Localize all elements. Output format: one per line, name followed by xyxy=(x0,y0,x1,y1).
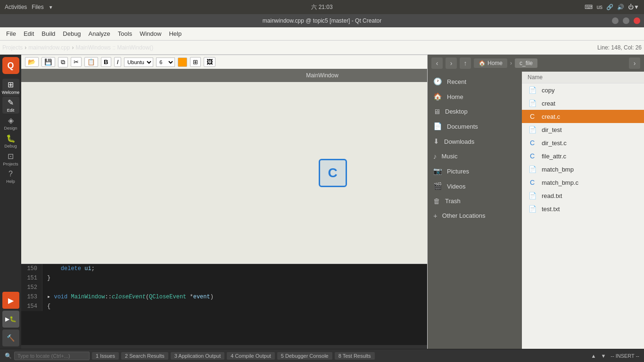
file-entry-test-txt[interactable]: 📄 test.txt xyxy=(522,202,644,215)
minimize-btn[interactable] xyxy=(612,17,619,24)
save-btn[interactable]: 💾 xyxy=(41,57,55,67)
scroll-down-btn[interactable]: ▼ xyxy=(601,353,606,359)
copy-btn[interactable]: ⧉ xyxy=(58,57,68,67)
top-bar-left: Activities Files ▼ xyxy=(5,4,53,10)
file-nav: ‹ › ↑ 🏠 Home › c_file › xyxy=(428,55,644,72)
tab-app-output[interactable]: 3 Application Output xyxy=(171,352,224,360)
activities-label[interactable]: Activities xyxy=(5,4,27,10)
files-dropdown-icon[interactable]: ▼ xyxy=(49,5,53,10)
match-bmp-name: match_bmp xyxy=(542,166,574,173)
search-icon: 🔍 xyxy=(5,353,12,359)
menu-window[interactable]: Window xyxy=(136,29,165,38)
font-family-select[interactable]: Ubuntu xyxy=(124,58,153,67)
sidebar-downloads[interactable]: ⬇ Downloads xyxy=(428,134,522,149)
run-button[interactable]: ▶ xyxy=(2,292,19,309)
sidebar-design[interactable]: ◈ Design xyxy=(2,115,19,132)
other-icon: + xyxy=(433,212,438,220)
sidebar-recent[interactable]: 🕐 Recent xyxy=(428,74,522,89)
sidebar-music[interactable]: ♪ Music xyxy=(428,149,522,164)
menu-analyze[interactable]: Analyze xyxy=(85,29,114,38)
color-btn[interactable] xyxy=(178,58,187,67)
home-icon-small: 🏠 xyxy=(479,60,486,66)
sidebar-projects[interactable]: ⊡ Projects xyxy=(2,150,19,167)
file-entry-file-attr-c[interactable]: C file_attr.c xyxy=(522,149,644,163)
image-btn[interactable]: 🖼 xyxy=(204,57,215,67)
tab-test[interactable]: 8 Test Results xyxy=(335,352,375,360)
sidebar-pictures[interactable]: 📷 Pictures xyxy=(428,164,522,179)
file-dialog: ‹ › ↑ 🏠 Home › c_file › 🕐 xyxy=(427,55,644,349)
debug-run-button[interactable]: ▶🐛 xyxy=(2,311,19,328)
menu-build[interactable]: Build xyxy=(38,29,59,38)
file-entry-copy[interactable]: 📄 copy xyxy=(522,83,644,97)
c-file-placeholder: C xyxy=(319,159,347,187)
projects-breadcrumb[interactable]: Projects xyxy=(2,44,23,51)
videos-icon: 🎬 xyxy=(433,182,442,190)
dir-test-c-file-name: dir_test.c xyxy=(542,140,567,147)
menu-help[interactable]: Help xyxy=(165,29,185,38)
volume-icon: 🔊 xyxy=(617,4,624,10)
sidebar-videos[interactable]: 🎬 Videos xyxy=(428,179,522,194)
locate-input[interactable] xyxy=(14,352,90,360)
menu-bar: File Edit Build Debug Analyze Tools Wind… xyxy=(0,27,644,41)
sidebar-home[interactable]: 🏠 Home xyxy=(428,89,522,104)
tab-search[interactable]: 2 Search Results xyxy=(121,352,168,360)
window-title: mainwindow.cpp @ topic5 [master] - Qt Cr… xyxy=(263,17,381,24)
open-btn[interactable]: 📂 xyxy=(25,57,39,67)
app-icon[interactable]: Q xyxy=(2,57,19,74)
nav-forward[interactable]: › xyxy=(446,58,457,69)
sidebar-debug[interactable]: 🐛 Debug xyxy=(2,132,19,149)
line-col: Line: 148, Col: 26 xyxy=(597,44,642,51)
test-txt-icon: 📄 xyxy=(528,205,537,213)
status-right: ▲ ▼ -- INSERT -- xyxy=(591,353,640,359)
breadcrumb-home-label: Home xyxy=(487,60,503,66)
breadcrumb-home[interactable]: 🏠 Home xyxy=(474,58,507,68)
sidebar-other-locations[interactable]: + Other Locations xyxy=(428,208,522,223)
power-icon[interactable]: ⏻▼ xyxy=(628,4,639,10)
build-button[interactable]: 🔨 xyxy=(2,329,19,346)
file-entry-read-txt[interactable]: 📄 read.txt xyxy=(522,189,644,202)
bold-btn[interactable]: B xyxy=(101,57,111,67)
breadcrumb-sep1: › xyxy=(25,44,26,51)
nav-more[interactable]: › xyxy=(629,58,640,69)
other-label: Other Locations xyxy=(442,212,486,219)
file-dialog-body: 🕐 Recent 🏠 Home 🖥 Desktop 📄 Documents xyxy=(428,72,644,349)
help-icon: ? xyxy=(8,170,13,178)
close-btn[interactable] xyxy=(634,17,640,24)
sidebar-trash[interactable]: 🗑 Trash xyxy=(428,194,522,208)
tab-debugger[interactable]: 5 Debugger Console xyxy=(277,352,332,360)
nav-back[interactable]: ‹ xyxy=(431,58,443,69)
creat-c-file-name: creat.c xyxy=(542,113,560,120)
breadcrumb-c-file[interactable]: c_file xyxy=(515,58,537,68)
scroll-up-btn[interactable]: ▲ xyxy=(591,353,596,359)
cut-btn[interactable]: ✂ xyxy=(71,57,82,67)
breadcrumb-sep: › xyxy=(510,60,512,66)
italic-btn[interactable]: I xyxy=(114,57,122,67)
table-btn[interactable]: ⊞ xyxy=(190,57,201,67)
menu-edit[interactable]: Edit xyxy=(20,29,38,38)
file-entry-creat-c[interactable]: C creat.c xyxy=(522,110,644,123)
sidebar-help[interactable]: ? Help xyxy=(2,168,19,185)
file-list-header: Name xyxy=(522,72,644,83)
edit-label: Edit xyxy=(7,108,15,113)
sidebar-documents[interactable]: 📄 Documents xyxy=(428,119,522,134)
file-entry-creat[interactable]: 📄 creat xyxy=(522,97,644,110)
insert-mode: -- INSERT -- xyxy=(611,353,639,359)
sidebar-edit[interactable]: ✎ Edit xyxy=(2,97,19,114)
files-label[interactable]: Files xyxy=(32,4,43,10)
paste-btn[interactable]: 📋 xyxy=(84,57,98,67)
file-entry-dir-test[interactable]: 📄 dir_test xyxy=(522,123,644,136)
sidebar-welcome[interactable]: ⊞ Welcome xyxy=(2,79,19,96)
tab-compile[interactable]: 4 Compile Output xyxy=(227,352,275,360)
nav-up[interactable]: ↑ xyxy=(460,58,471,69)
sidebar-desktop[interactable]: 🖥 Desktop xyxy=(428,104,522,119)
maximize-btn[interactable] xyxy=(623,17,629,24)
menu-file[interactable]: File xyxy=(2,29,20,38)
menu-debug[interactable]: Debug xyxy=(59,29,84,38)
file-entry-match-bmp-c[interactable]: C match_bmp.c xyxy=(522,176,644,189)
file-entry-dir-test-c[interactable]: C dir_test.c xyxy=(522,136,644,149)
font-size-select[interactable]: 6 xyxy=(156,58,175,67)
tab-issues[interactable]: 1 Issues xyxy=(92,352,119,360)
filename-breadcrumb[interactable]: mainwindow.cpp xyxy=(28,44,70,51)
file-entry-match-bmp[interactable]: 📄 match_bmp xyxy=(522,163,644,176)
menu-tools[interactable]: Tools xyxy=(114,29,136,38)
